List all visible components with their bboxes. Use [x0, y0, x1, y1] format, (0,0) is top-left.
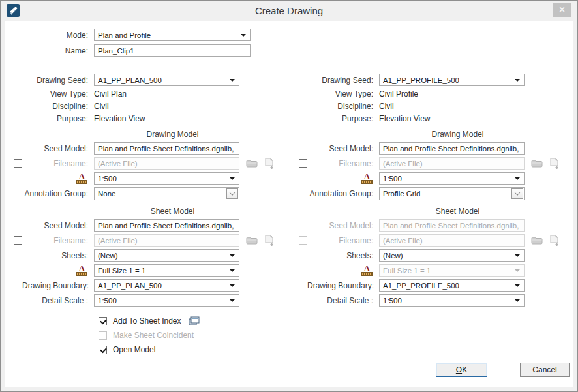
drawing-seed-model-input-left[interactable] — [94, 142, 239, 155]
chevron-down-icon — [515, 299, 520, 302]
filename-label: Filename: — [307, 236, 379, 245]
drawing-seed-value: A1_PP_PLAN_500 — [98, 76, 162, 84]
add-to-sheet-index-label: Add To Sheet Index — [113, 316, 181, 325]
file-plus-icon — [550, 158, 560, 169]
drawing-annotation-scale-dropdown-right[interactable]: 1:500 — [379, 172, 525, 185]
drawing-boundary-label: Drawing Boundary: — [22, 281, 94, 290]
filename-label: Filename: — [22, 159, 94, 168]
detail-scale-dropdown-right[interactable]: 1:500 — [379, 294, 525, 307]
mode-dropdown[interactable]: Plan and Profile — [94, 29, 251, 41]
drawing-boundary-label: Drawing Boundary: — [307, 281, 379, 290]
drawing-boundary-dropdown-left[interactable]: A1_PP_PLAN_500 — [94, 279, 239, 292]
separator — [14, 204, 284, 204]
chevron-down-icon — [515, 190, 520, 195]
drawing-seed-dropdown-right[interactable]: A1_PP_PROFILE_500 — [379, 74, 525, 86]
drawing-filename-input-right — [379, 157, 525, 170]
sheet-filename-checkbox-right — [299, 236, 307, 245]
sheet-filename-input-left — [94, 234, 239, 247]
drawing-annotation-scale-dropdown-left[interactable]: 1:500 — [94, 172, 239, 185]
annotation-a-glyph: A — [364, 173, 370, 180]
combo-dropdown-button[interactable] — [511, 188, 523, 199]
seed-model-label: Seed Model: — [307, 144, 379, 153]
close-icon: ✕ — [558, 5, 565, 14]
chevron-down-icon — [515, 79, 520, 82]
chevron-down-icon — [230, 79, 235, 82]
separator — [14, 127, 284, 127]
mode-label: Mode: — [5, 31, 94, 40]
open-model-label: Open Model — [113, 345, 155, 354]
annotation-group-combo-right[interactable]: Profile Grid — [379, 187, 525, 200]
purpose-value: Elevation View — [379, 114, 431, 123]
combo-dropdown-button[interactable] — [226, 188, 238, 199]
close-button[interactable]: ✕ — [553, 3, 571, 17]
sheet-seed-model-input-left[interactable] — [94, 219, 239, 232]
chevron-down-icon — [515, 254, 520, 257]
drawing-boundary-value: A1_PP_PLAN_500 — [98, 282, 162, 290]
ok-button[interactable]: OK — [436, 363, 487, 377]
title-bar: Create Drawing ✕ — [1, 1, 577, 20]
annotation-group-combo-left[interactable]: None — [94, 187, 239, 200]
annotation-scale-value: 1:500 — [98, 175, 117, 183]
filename-label: Filename: — [307, 159, 379, 168]
chevron-down-icon — [230, 269, 235, 272]
detail-scale-label: Detail Scale : — [307, 296, 379, 305]
add-to-sheet-index-checkbox[interactable] — [99, 317, 107, 325]
drawing-seed-label: Drawing Seed: — [22, 76, 94, 85]
annotation-scale-value: Full Size 1 = 1 — [383, 267, 431, 275]
sheet-filename-input-right — [379, 234, 525, 247]
view-type-value: Civil Plan — [94, 89, 127, 98]
sheets-value: (New) — [383, 252, 403, 260]
sheet-model-header: Sheet Model — [100, 207, 245, 217]
drawing-seed-model-input-right[interactable] — [379, 142, 525, 155]
drawing-model-header: Drawing Model — [385, 130, 530, 140]
sheets-value: (New) — [98, 252, 118, 260]
dialog-title: Create Drawing — [1, 5, 577, 16]
profile-column: Drawing Seed: A1_PP_PROFILE_500 View Typ… — [290, 74, 575, 309]
open-model-checkbox[interactable] — [99, 346, 107, 354]
folder-icon — [246, 159, 258, 168]
drawing-filename-checkbox-left[interactable] — [14, 159, 22, 168]
annotation-scale-icon: A — [76, 173, 87, 184]
separator — [294, 127, 566, 127]
ok-label-accesskey: O — [456, 365, 462, 374]
annotation-ruler — [361, 180, 373, 184]
purpose-label: Purpose: — [307, 114, 379, 123]
file-plus-icon — [550, 235, 560, 246]
make-sheet-coincident-label: Make Sheet Coincident — [113, 331, 194, 340]
purpose-label: Purpose: — [22, 114, 94, 123]
sheets-label: Sheets: — [307, 251, 379, 260]
annotation-ruler — [76, 180, 87, 184]
sheets-dropdown-right[interactable]: (New) — [379, 249, 525, 262]
chevron-down-icon — [230, 284, 235, 287]
sheet-index-icon — [189, 316, 200, 325]
dialog-buttons: OK Cancel — [436, 363, 570, 377]
chevron-down-icon — [241, 34, 246, 37]
detail-scale-dropdown-left[interactable]: 1:500 — [94, 294, 239, 307]
discipline-label: Discipline: — [22, 102, 94, 111]
chevron-down-icon — [230, 299, 235, 302]
chevron-down-icon — [230, 190, 235, 195]
dialog-body: Mode: Plan and Profile Name: Drawing See… — [5, 21, 573, 387]
seed-model-label: Seed Model: — [22, 221, 94, 230]
annotation-ruler — [76, 272, 87, 276]
discipline-label: Discipline: — [307, 102, 379, 111]
seed-model-label: Seed Model: — [22, 144, 94, 153]
separator — [22, 63, 560, 63]
drawing-seed-dropdown-left[interactable]: A1_PP_PLAN_500 — [94, 74, 239, 86]
annotation-a-glyph: A — [79, 265, 85, 272]
drawing-boundary-dropdown-right[interactable]: A1_PP_PROFILE_500 — [379, 279, 525, 292]
sheets-dropdown-left[interactable]: (New) — [94, 249, 239, 262]
sheet-filename-checkbox-left[interactable] — [14, 236, 22, 245]
view-type-label: View Type: — [22, 89, 94, 98]
folder-icon — [531, 159, 543, 168]
drawing-filename-checkbox-right[interactable] — [299, 159, 307, 168]
detail-scale-value: 1:500 — [383, 297, 402, 305]
sheet-annotation-scale-dropdown-right: Full Size 1 = 1 — [379, 264, 525, 277]
chevron-down-icon — [515, 284, 520, 287]
name-input[interactable] — [94, 44, 251, 57]
annotation-scale-value: 1:500 — [383, 175, 402, 183]
sheet-annotation-scale-dropdown-left[interactable]: Full Size 1 = 1 — [94, 264, 239, 277]
view-type-value: Civil Profile — [379, 89, 418, 98]
detail-scale-value: 1:500 — [98, 297, 117, 305]
cancel-button[interactable]: Cancel — [520, 363, 570, 377]
